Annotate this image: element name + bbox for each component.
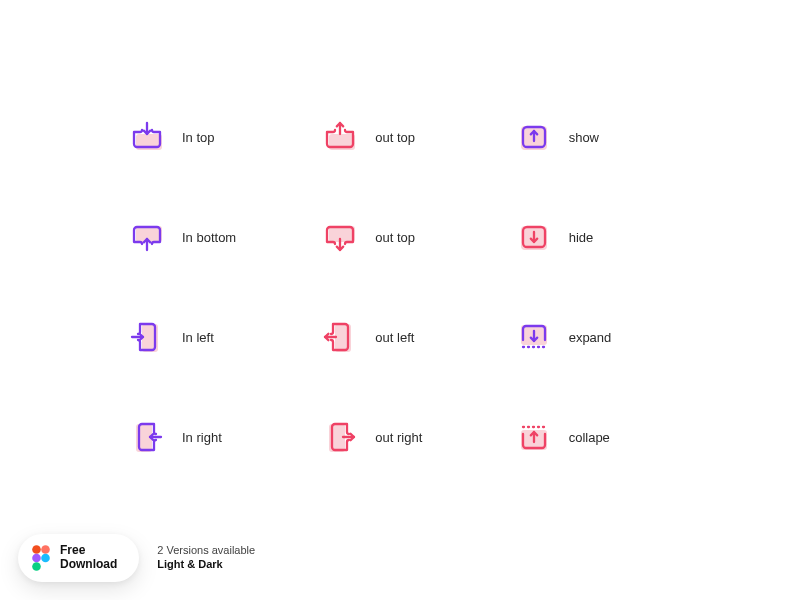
out-bottom-icon [323,220,357,254]
out-top-icon [323,120,357,154]
figma-icon [32,545,50,571]
svg-point-29 [41,545,50,554]
icon-cell-in-left: In left [130,320,303,354]
icon-cell-expand: expand [517,320,690,354]
icon-label: expand [569,330,612,345]
svg-point-28 [32,545,41,554]
in-bottom-icon [130,220,164,254]
icon-label: out top [375,230,415,245]
download-badge: Free Download 2 Versions available Light… [18,534,255,582]
icon-cell-out-top-2: out top [323,220,496,254]
svg-point-31 [41,554,50,563]
free-download-button[interactable]: Free Download [18,534,139,582]
pill-line1: Free [60,544,117,558]
versions-meta: 2 Versions available Light & Dark [157,544,255,572]
in-top-icon [130,120,164,154]
icon-label: out right [375,430,422,445]
icon-cell-show: show [517,120,690,154]
expand-icon [517,320,551,354]
icon-cell-hide: hide [517,220,690,254]
out-right-icon [323,420,357,454]
icon-label: hide [569,230,594,245]
pill-line2: Download [60,558,117,572]
icon-cell-out-right: out right [323,420,496,454]
meta-line1: 2 Versions available [157,544,255,558]
svg-point-32 [32,562,41,571]
icon-label: show [569,130,599,145]
icon-cell-out-top: out top [323,120,496,154]
icon-cell-in-bottom: In bottom [130,220,303,254]
icon-label: In left [182,330,214,345]
icon-label: out top [375,130,415,145]
icon-cell-in-top: In top [130,120,303,154]
meta-line2: Light & Dark [157,558,255,572]
in-left-icon [130,320,164,354]
collapse-icon [517,420,551,454]
icon-cell-in-right: In right [130,420,303,454]
icon-cell-out-left: out left [323,320,496,354]
icon-label: collape [569,430,610,445]
svg-point-30 [32,554,41,563]
icon-label: In top [182,130,215,145]
icon-label: In bottom [182,230,236,245]
out-left-icon [323,320,357,354]
hide-icon [517,220,551,254]
icon-label: out left [375,330,414,345]
show-icon [517,120,551,154]
svg-rect-9 [329,226,355,242]
icon-cell-collape: collape [517,420,690,454]
in-right-icon [130,420,164,454]
icon-label: In right [182,430,222,445]
